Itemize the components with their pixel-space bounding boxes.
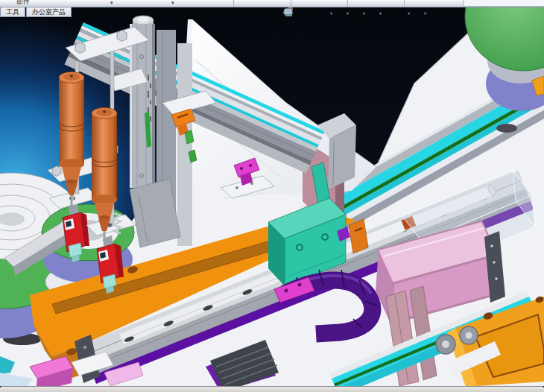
apply-scene-icon[interactable]: [396, 7, 407, 19]
toolbar-group-label: 部件: [16, 0, 30, 7]
toolbar-separator: [404, 0, 405, 7]
toolbar-right-panel: [463, 0, 544, 7]
cylinder-body: [59, 78, 84, 164]
display-style-icon[interactable]: [352, 7, 362, 19]
tab-tools[interactable]: 工具: [0, 7, 25, 17]
command-toolbar-strip: 部件 ▾ ▾: [0, 0, 544, 7]
column-a: [130, 24, 155, 188]
toolbar-separator: [233, 0, 234, 7]
clamp-hole2: [249, 164, 252, 167]
tab-office-products[interactable]: 办公室产品: [26, 7, 72, 17]
mount-hole2: [298, 283, 302, 287]
hud-caret[interactable]: ▾: [379, 10, 383, 16]
mount-hole1: [285, 289, 288, 293]
toolbar-separator: [291, 0, 291, 7]
toolbar-dropdown-caret[interactable]: ▾: [171, 0, 174, 6]
clamp-hole1: [240, 167, 243, 170]
column-a-sh: [152, 24, 155, 188]
bracket-hole1: [235, 186, 238, 189]
toolbar-dropdown-caret[interactable]: ▾: [110, 0, 113, 6]
solidworks-window: 部件 ▾ ▾ 工具 办公室产品 ▾ ▾ ▾ ▾ ▾ ▾: [0, 0, 544, 392]
viewport-3d[interactable]: [0, 0, 544, 392]
bowl-foot: [496, 124, 517, 133]
hud-caret[interactable]: ▾: [424, 10, 428, 16]
cylinder-cap-hole: [70, 75, 73, 78]
view-orientation-icon[interactable]: [335, 7, 346, 19]
hide-show-items-icon[interactable]: [368, 7, 379, 19]
status-bar: [0, 386, 544, 392]
bracket-screw2: [493, 261, 496, 264]
end-cap-bolt1: [83, 346, 86, 349]
bracket-screw3: [495, 277, 498, 280]
heads-up-view-toolbar: ▾ ▾ ▾ ▾ ▾ ▾: [283, 7, 428, 19]
hud-caret[interactable]: ▾: [330, 10, 334, 16]
column-cap-inner: [137, 17, 149, 22]
hex-bolt-1: [75, 42, 85, 54]
toolbar-separator: [347, 0, 348, 7]
zoom-to-area-icon[interactable]: [295, 7, 306, 19]
section-view-icon[interactable]: [319, 7, 329, 19]
view-settings-icon[interactable]: [413, 7, 423, 19]
bracket-screw1: [490, 244, 493, 247]
hud-caret[interactable]: ▾: [408, 10, 411, 16]
hud-caret[interactable]: ▾: [363, 10, 367, 16]
previous-view-icon[interactable]: [307, 7, 317, 19]
hud-caret[interactable]: ▾: [347, 10, 350, 16]
column-a-hl: [130, 24, 132, 188]
roller1-hub: [442, 341, 449, 348]
edit-appearance-icon[interactable]: [385, 7, 395, 19]
hex-bolt-mid: [52, 166, 61, 177]
cylinder-rod: [71, 195, 73, 206]
column-c: [177, 43, 192, 246]
roller2-hub: [466, 332, 472, 339]
hex-bolt-2: [117, 31, 127, 42]
command-manager-tabs: 工具 办公室产品: [0, 7, 72, 17]
